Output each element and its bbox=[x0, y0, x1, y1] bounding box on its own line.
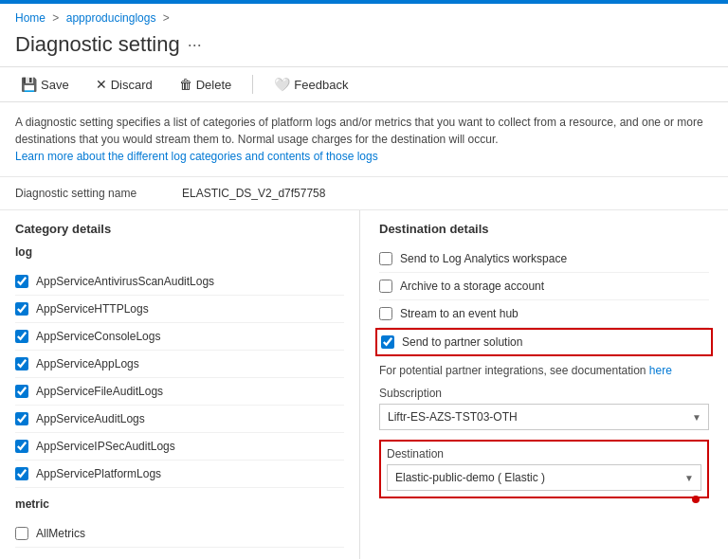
discard-button[interactable]: ✕ Discard bbox=[90, 73, 158, 96]
list-item: AppServicePlatformLogs bbox=[15, 461, 344, 488]
log-checkbox-1[interactable] bbox=[15, 302, 28, 316]
main-content: Category details log AppServiceAntivirus… bbox=[0, 210, 728, 559]
dest-partner-highlighted: Send to partner solution bbox=[375, 328, 713, 356]
log-checkbox-2[interactable] bbox=[15, 330, 28, 343]
setting-name-value: ELASTIC_DS_V2_d7f57758 bbox=[182, 187, 325, 200]
log-subsection-title: log bbox=[15, 245, 344, 262]
log-label-0[interactable]: AppServiceAntivirusScanAuditLogs bbox=[36, 275, 214, 288]
left-panel: Category details log AppServiceAntivirus… bbox=[0, 210, 360, 559]
breadcrumb-sep2: > bbox=[163, 11, 170, 25]
destination-field-highlighted: Destination Elastic-public-demo ( Elasti… bbox=[379, 440, 709, 498]
destination-details-title: Destination details bbox=[379, 222, 709, 236]
feedback-button[interactable]: 🤍 Feedback bbox=[268, 73, 354, 96]
description-section: A diagnostic setting specifies a list of… bbox=[0, 102, 728, 177]
log-label-7[interactable]: AppServicePlatformLogs bbox=[36, 467, 161, 480]
log-checkbox-5[interactable] bbox=[15, 412, 28, 425]
dest-checkbox-partner[interactable] bbox=[381, 335, 394, 349]
save-label: Save bbox=[41, 78, 69, 92]
save-button[interactable]: 💾 Save bbox=[15, 73, 75, 96]
list-item: AppServiceAuditLogs bbox=[15, 406, 344, 433]
breadcrumb-home[interactable]: Home bbox=[15, 11, 46, 25]
discard-icon: ✕ bbox=[96, 77, 107, 92]
list-item: AppServiceHTTPLogs bbox=[15, 296, 344, 323]
log-label-3[interactable]: AppServiceAppLogs bbox=[36, 357, 139, 370]
log-checkbox-7[interactable] bbox=[15, 467, 28, 480]
toolbar-separator bbox=[252, 75, 253, 94]
breadcrumb: Home > appproducinglogs > bbox=[0, 4, 728, 28]
discard-label: Discard bbox=[111, 78, 153, 92]
dest-label-partner[interactable]: Send to partner solution bbox=[402, 335, 522, 349]
breadcrumb-resource[interactable]: appproducinglogs bbox=[66, 11, 156, 25]
delete-label: Delete bbox=[196, 78, 232, 92]
destination-field-label: Destination bbox=[387, 447, 701, 461]
feedback-icon: 🤍 bbox=[274, 77, 290, 92]
dest-label-2[interactable]: Stream to an event hub bbox=[400, 307, 519, 320]
feedback-label: Feedback bbox=[294, 78, 348, 92]
page-title: Diagnostic setting bbox=[15, 32, 180, 57]
save-icon: 💾 bbox=[21, 77, 37, 92]
log-label-5[interactable]: AppServiceAuditLogs bbox=[36, 412, 145, 425]
log-checkbox-6[interactable] bbox=[15, 440, 28, 453]
metric-checkbox-0[interactable] bbox=[15, 527, 28, 540]
dest-checkbox-0[interactable] bbox=[379, 252, 392, 265]
list-item: AllMetrics bbox=[15, 520, 344, 548]
log-checkbox-0[interactable] bbox=[15, 275, 28, 288]
dest-checkbox-2[interactable] bbox=[379, 307, 392, 320]
dest-storage: Archive to a storage account bbox=[379, 273, 709, 300]
breadcrumb-sep1: > bbox=[52, 11, 59, 25]
dest-label-1[interactable]: Archive to a storage account bbox=[400, 280, 544, 293]
setting-name-row: Diagnostic setting name ELASTIC_DS_V2_d7… bbox=[0, 177, 728, 210]
partner-note-text: For potential partner integrations, see … bbox=[379, 364, 646, 377]
list-item: AppServiceAntivirusScanAuditLogs bbox=[15, 268, 344, 296]
subscription-select[interactable]: Liftr-ES-AZS-TST03-OTH bbox=[379, 404, 709, 430]
category-details-title: Category details bbox=[15, 222, 344, 236]
dest-event-hub: Stream to an event hub bbox=[379, 300, 709, 328]
dest-label-0[interactable]: Send to Log Analytics workspace bbox=[400, 252, 567, 265]
subscription-select-wrapper: Liftr-ES-AZS-TST03-OTH ▼ bbox=[379, 404, 709, 430]
more-options-icon[interactable]: ··· bbox=[188, 35, 202, 55]
list-item: AppServiceIPSecAuditLogs bbox=[15, 433, 344, 461]
log-checkbox-3[interactable] bbox=[15, 357, 28, 370]
log-label-2[interactable]: AppServiceConsoleLogs bbox=[36, 330, 160, 343]
page-title-row: Diagnostic setting ··· bbox=[0, 28, 728, 66]
log-label-4[interactable]: AppServiceFileAuditLogs bbox=[36, 385, 163, 398]
partner-here-link[interactable]: here bbox=[649, 364, 672, 377]
dest-log-analytics: Send to Log Analytics workspace bbox=[379, 245, 709, 273]
subscription-label: Subscription bbox=[379, 387, 709, 400]
metric-label-0[interactable]: AllMetrics bbox=[36, 527, 85, 540]
partner-note: For potential partner integrations, see … bbox=[379, 364, 709, 377]
red-dot-indicator bbox=[692, 496, 700, 503]
metric-section: metric AllMetrics bbox=[15, 497, 344, 548]
learn-more-link[interactable]: Learn more about the different log categ… bbox=[15, 150, 378, 163]
dest-checkbox-1[interactable] bbox=[379, 280, 392, 293]
log-checkbox-4[interactable] bbox=[15, 385, 28, 398]
delete-button[interactable]: 🗑 Delete bbox=[173, 73, 238, 96]
list-item: AppServiceFileAuditLogs bbox=[15, 378, 344, 406]
description-text: A diagnostic setting specifies a list of… bbox=[15, 116, 703, 146]
log-label-1[interactable]: AppServiceHTTPLogs bbox=[36, 302, 149, 316]
metric-subsection-title: metric bbox=[15, 497, 344, 515]
setting-name-label: Diagnostic setting name bbox=[15, 187, 167, 200]
log-label-6[interactable]: AppServiceIPSecAuditLogs bbox=[36, 440, 175, 453]
toolbar: 💾 Save ✕ Discard 🗑 Delete 🤍 Feedback bbox=[0, 66, 728, 102]
right-panel: Destination details Send to Log Analytic… bbox=[360, 210, 728, 559]
destination-select-wrapper: Elastic-public-demo ( Elastic ) ▼ bbox=[387, 464, 701, 491]
list-item: AppServiceAppLogs bbox=[15, 351, 344, 378]
dest-partner-row: Send to partner solution bbox=[381, 334, 707, 351]
list-item: AppServiceConsoleLogs bbox=[15, 323, 344, 351]
delete-icon: 🗑 bbox=[179, 77, 192, 92]
subscription-field: Subscription Liftr-ES-AZS-TST03-OTH ▼ bbox=[379, 387, 709, 430]
destination-select[interactable]: Elastic-public-demo ( Elastic ) bbox=[387, 464, 701, 491]
